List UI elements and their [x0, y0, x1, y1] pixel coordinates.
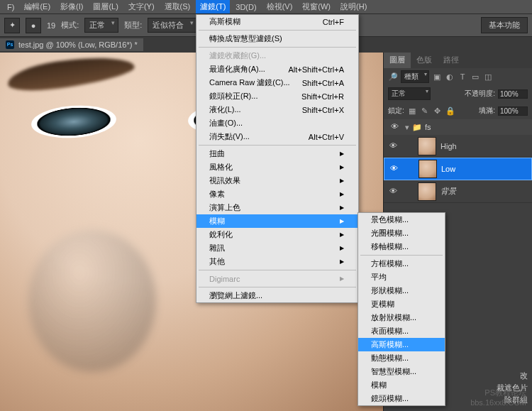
lock-paint-icon[interactable]: ✎ — [420, 106, 430, 116]
menu-item[interactable]: 其他 — [196, 255, 358, 268]
filter-menu: 高斯模糊Ctrl+F轉換成智慧型濾鏡(S)濾鏡收藏館(G)...最適化廣角(A)… — [196, 14, 359, 303]
menu-item: Digimarc — [196, 272, 358, 285]
menu-layer[interactable]: 圖層(L) — [89, 0, 122, 13]
ps-file-icon: Ps — [6, 40, 14, 49]
fill-input[interactable]: 100% — [498, 106, 528, 116]
tool-icon[interactable]: ✦ — [4, 18, 20, 33]
brush-size-value: 19 — [47, 21, 55, 30]
menu-item[interactable]: 演算上色 — [196, 201, 358, 214]
opacity-label: 不透明度: — [465, 89, 495, 99]
brush-size-thumb[interactable]: ● — [26, 18, 41, 33]
lock-move-icon[interactable]: ✥ — [433, 106, 443, 116]
layer-row-bg[interactable]: 👁 背景 — [384, 180, 532, 203]
lock-label: 鎖定: — [388, 106, 404, 116]
menu-select[interactable]: 選取(S) — [160, 0, 195, 13]
filter-type-icon[interactable]: T — [458, 72, 467, 82]
menu-item[interactable]: 高斯模糊Ctrl+F — [196, 15, 358, 28]
menu-item[interactable]: 模糊 — [196, 214, 358, 228]
submenu-item[interactable]: 表面模糊... — [358, 324, 445, 338]
type-label: 類型: — [124, 20, 142, 31]
menu-item[interactable]: 銳利化 — [196, 228, 358, 241]
layer-thumb — [418, 137, 436, 155]
eye-icon[interactable]: 👁 — [389, 187, 399, 197]
menu-help[interactable]: 說明(H) — [336, 0, 371, 13]
mode-dropdown[interactable]: 正常 — [84, 18, 118, 33]
submenu-item[interactable]: 移軸模糊... — [358, 240, 445, 253]
menu-item[interactable]: 油畫(O)... — [196, 116, 358, 130]
submenu-item[interactable]: 光圈模糊... — [358, 226, 445, 240]
menu-item[interactable]: 視訊效果 — [196, 174, 358, 187]
document-title: test.jpg @ 100% (Low, RGB/16*) * — [18, 40, 138, 49]
layer-name: High — [440, 142, 457, 150]
document-tab[interactable]: Ps test.jpg @ 100% (Low, RGB/16*) * — [0, 38, 143, 51]
filter-image-icon[interactable]: ▣ — [432, 72, 442, 82]
mode-label: 模式: — [61, 20, 79, 31]
submenu-item[interactable]: 放射狀模糊... — [358, 311, 445, 324]
menu-3d[interactable]: 3D(D) — [231, 1, 260, 13]
tab-paths[interactable]: 路徑 — [438, 53, 465, 68]
menu-item[interactable]: 像素 — [196, 187, 358, 201]
type-dropdown[interactable]: 近似符合 — [148, 18, 197, 33]
fill-label: 填滿: — [479, 106, 495, 116]
layer-name: 背景 — [440, 186, 456, 197]
menu-item[interactable]: 瀏覽網上濾鏡... — [196, 289, 358, 302]
layer-thumb — [419, 160, 437, 178]
submenu-item[interactable]: 更模糊 — [358, 297, 445, 311]
menu-window[interactable]: 視窗(W) — [298, 0, 335, 13]
blur-submenu: 景色模糊...光圈模糊...移軸模糊...方框模糊...平均形狀模糊...更模糊… — [358, 212, 445, 406]
chevron-down-icon[interactable]: ▾ — [405, 123, 409, 132]
layer-thumb — [418, 182, 436, 201]
submenu-item[interactable]: 景色模糊... — [358, 213, 445, 226]
menu-item[interactable]: 鏡頭校正(R)...Shift+Ctrl+R — [196, 89, 358, 103]
lock-trans-icon[interactable]: ▦ — [407, 106, 417, 116]
opacity-input[interactable]: 100% — [498, 89, 528, 99]
layer-row-high[interactable]: 👁 High — [384, 135, 532, 158]
layer-group-row[interactable]: 👁 ▾ 📁 fs — [384, 119, 532, 135]
menu-item[interactable]: 最適化廣角(A)...Alt+Shift+Ctrl+A — [196, 62, 358, 76]
menu-edit[interactable]: 編輯(E) — [20, 0, 55, 13]
menu-item[interactable]: 轉換成智慧型濾鏡(S) — [196, 32, 358, 45]
submenu-item[interactable]: 動態模糊... — [358, 351, 445, 365]
submenu-item[interactable]: 鏡頭模糊... — [358, 392, 445, 405]
submenu-item[interactable]: 形狀模糊... — [358, 284, 445, 297]
panel-tabs: 圖層 色版 路徑 — [384, 53, 532, 68]
lock-all-icon[interactable]: 🔒 — [445, 106, 455, 116]
group-name: fs — [425, 123, 431, 131]
menu-item[interactable]: Camera Raw 濾鏡(C)...Shift+Ctrl+A — [196, 76, 358, 89]
menu-item[interactable]: 液化(L)...Shift+Ctrl+X — [196, 103, 358, 116]
tab-channels[interactable]: 色版 — [411, 53, 438, 68]
main-menubar: F) 編輯(E) 影像(I) 圖層(L) 文字(Y) 選取(S) 濾鏡(T) 3… — [0, 0, 532, 14]
menu-file[interactable]: F) — [3, 1, 18, 13]
eye-icon[interactable]: 👁 — [391, 122, 401, 132]
filter-adjust-icon[interactable]: ◐ — [445, 72, 455, 82]
workspace-button[interactable]: 基本功能 — [481, 17, 528, 33]
menu-item[interactable]: 雜訊 — [196, 241, 358, 255]
folder-icon: 📁 — [412, 122, 422, 132]
filter-smart-icon[interactable]: ◫ — [483, 72, 493, 82]
menu-image[interactable]: 影像(I) — [56, 0, 87, 13]
eye-icon[interactable]: 👁 — [389, 141, 399, 151]
blend-mode-dropdown[interactable]: 正常 — [388, 87, 431, 100]
menu-filter[interactable]: 濾鏡(T) — [196, 0, 230, 13]
menu-item[interactable]: 風格化 — [196, 160, 358, 174]
tab-layers[interactable]: 圖層 — [384, 53, 411, 68]
eye-icon[interactable]: 👁 — [390, 164, 400, 174]
submenu-item[interactable]: 高斯模糊... — [358, 338, 445, 351]
kind-dropdown[interactable]: 種類 — [401, 70, 429, 83]
menu-item[interactable]: 扭曲 — [196, 147, 358, 160]
menu-item: 濾鏡收藏館(G)... — [196, 49, 358, 62]
layer-row-low[interactable]: 👁 Low — [384, 158, 532, 180]
menu-item[interactable]: 消失點(V)...Alt+Ctrl+V — [196, 130, 358, 143]
layer-name: Low — [441, 165, 455, 173]
submenu-item[interactable]: 模糊 — [358, 378, 445, 392]
submenu-item[interactable]: 平均 — [358, 270, 445, 284]
search-icon[interactable]: 🔎 — [388, 72, 398, 82]
filter-shape-icon[interactable]: ▭ — [470, 72, 480, 82]
menu-view[interactable]: 檢視(V) — [262, 0, 297, 13]
submenu-item[interactable]: 方框模糊... — [358, 257, 445, 270]
submenu-item[interactable]: 智慧型模糊... — [358, 365, 445, 378]
menu-type[interactable]: 文字(Y) — [124, 0, 159, 13]
